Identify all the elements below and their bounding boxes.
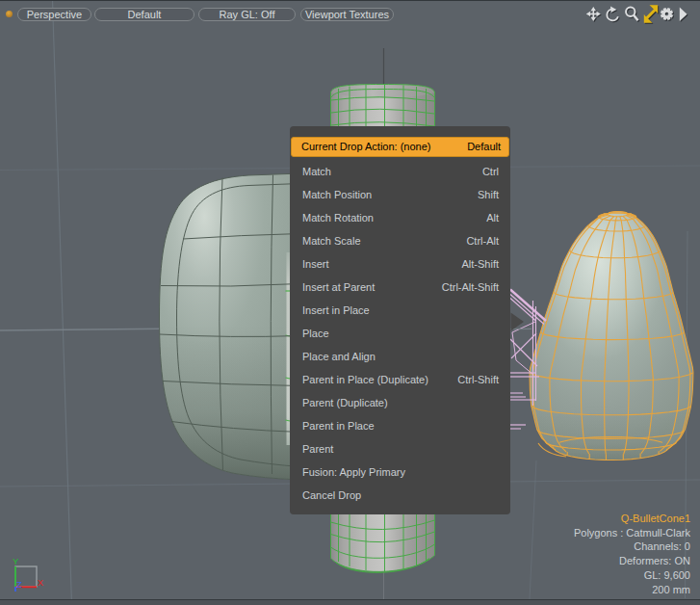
- svg-text:Z: Z: [16, 579, 22, 590]
- svg-text:Y: Y: [13, 556, 19, 566]
- svg-text:X: X: [38, 577, 44, 588]
